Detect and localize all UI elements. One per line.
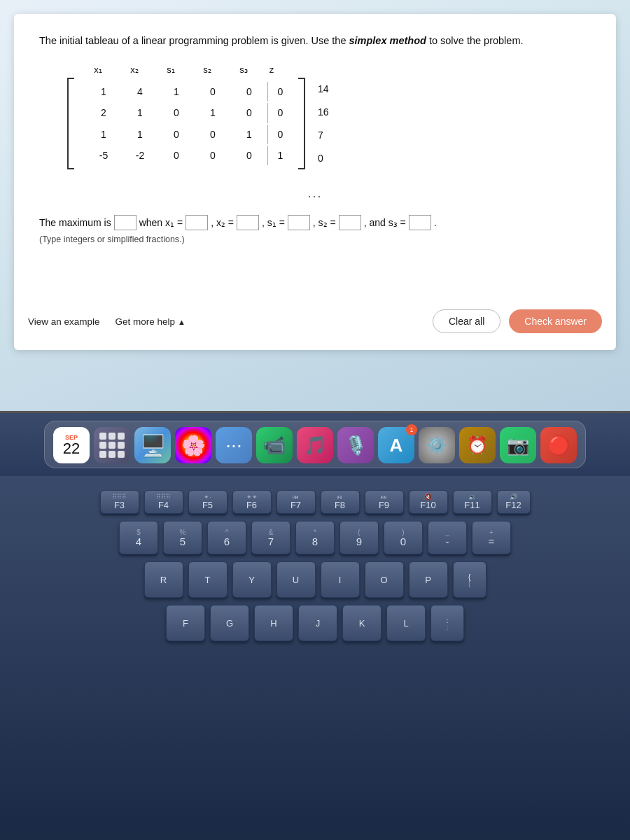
key-R[interactable]: R bbox=[144, 561, 183, 598]
key-J[interactable]: J bbox=[298, 605, 337, 641]
cell-r1c3: 1 bbox=[158, 82, 195, 102]
key-L[interactable]: L bbox=[386, 605, 426, 641]
key-f10[interactable]: 🔇 F10 bbox=[409, 490, 448, 514]
key-8-top: * bbox=[314, 529, 316, 536]
key-H[interactable]: H bbox=[254, 605, 293, 641]
badge-count: 1 bbox=[406, 424, 417, 435]
key-f5[interactable]: ✦· F5 bbox=[188, 490, 227, 514]
dock-red-app[interactable]: 🔴 bbox=[540, 427, 577, 463]
calendar-day: 22 bbox=[63, 441, 80, 456]
cell-r1c1: 1 bbox=[85, 82, 122, 102]
bracket-left bbox=[67, 78, 74, 170]
maximum-input[interactable] bbox=[114, 215, 136, 230]
s1-input[interactable] bbox=[288, 215, 310, 230]
cell-r1c5: 0 bbox=[231, 82, 267, 102]
key-f4[interactable]: ⠿⠿⠿ F4 bbox=[144, 490, 183, 514]
x1-input[interactable] bbox=[186, 215, 208, 230]
key-U[interactable]: U bbox=[276, 561, 316, 598]
dock-messages[interactable]: ··· bbox=[216, 427, 252, 463]
key-5[interactable]: % 5 bbox=[163, 521, 202, 554]
key-G[interactable]: G bbox=[210, 605, 249, 641]
f3-label: F3 bbox=[114, 500, 125, 510]
key-f11[interactable]: 🔉 F11 bbox=[453, 490, 492, 514]
key-7[interactable]: & 7 bbox=[251, 521, 290, 554]
dock-facetime[interactable]: 📹 bbox=[256, 427, 293, 463]
s2-input[interactable] bbox=[339, 215, 361, 230]
dock-sysprefs[interactable]: ⚙️ bbox=[419, 427, 455, 463]
key-4-bot: 4 bbox=[136, 536, 141, 547]
key-f7[interactable]: ⏮ F7 bbox=[276, 490, 316, 514]
dock-launchpad[interactable] bbox=[94, 427, 130, 463]
key-F[interactable]: F bbox=[166, 605, 205, 641]
dock-music[interactable]: 🎵 bbox=[297, 427, 333, 463]
t-label: T bbox=[205, 575, 211, 584]
sysprefs-icon: ⚙️ bbox=[426, 435, 447, 455]
view-example-link[interactable]: View an example bbox=[28, 316, 100, 327]
key-f6[interactable]: ✦✦ F6 bbox=[232, 490, 272, 514]
letter-row-2: F G H J K L : ; bbox=[166, 605, 464, 641]
key-f9[interactable]: ⏭ F9 bbox=[365, 490, 404, 514]
key-O[interactable]: O bbox=[365, 561, 404, 598]
key-0-top: ) bbox=[402, 529, 404, 536]
cell-r4c2: -2 bbox=[122, 146, 158, 165]
dock-calendar[interactable]: SEP 22 bbox=[53, 427, 90, 463]
dot-4 bbox=[99, 442, 106, 449]
dot-3 bbox=[118, 433, 125, 440]
cell-r2c1: 2 bbox=[85, 103, 122, 122]
key-semicolon[interactable]: : ; bbox=[430, 605, 464, 641]
key-0-bot: 0 bbox=[400, 536, 406, 547]
col-s2: s₂ bbox=[189, 64, 225, 75]
s3-and-label: , and s₃ = bbox=[364, 217, 406, 228]
key-f8[interactable]: ⏯ F8 bbox=[321, 490, 360, 514]
fn-key-row: ⠿⠿⠿ F3 ⠿⠿⠿ F4 ✦· F5 ✦✦ F6 ⏮ F7 ⏯ F8 ⏭ F9… bbox=[100, 490, 531, 514]
check-answer-button[interactable]: Check answer bbox=[509, 309, 602, 333]
cell-r3c6: 0 bbox=[267, 125, 287, 144]
s2-label: , s₂ = bbox=[313, 217, 336, 228]
key-equals-bot: = bbox=[489, 536, 495, 547]
dock-finder[interactable]: 🖥️ bbox=[134, 427, 171, 463]
f10-label: F10 bbox=[420, 500, 435, 510]
key-Y[interactable]: Y bbox=[232, 561, 272, 598]
y-label: Y bbox=[248, 575, 255, 584]
key-4[interactable]: $ 4 bbox=[119, 521, 158, 554]
get-more-help-label: Get more help bbox=[115, 316, 176, 327]
key-minus[interactable]: _ - bbox=[428, 521, 467, 554]
dot-7 bbox=[99, 451, 106, 458]
clear-all-button[interactable]: Clear all bbox=[433, 309, 500, 333]
r-label: R bbox=[160, 575, 167, 584]
key-P[interactable]: P bbox=[409, 561, 448, 598]
key-f3[interactable]: ⠿⠿⠿ F3 bbox=[100, 490, 139, 514]
dock-appstore[interactable]: A 1 bbox=[378, 427, 414, 463]
key-T[interactable]: T bbox=[188, 561, 227, 598]
dock-timemachine[interactable]: ⏰ bbox=[459, 427, 496, 463]
k-label: K bbox=[359, 619, 365, 628]
key-equals[interactable]: + = bbox=[472, 521, 511, 554]
rhs-r2: 16 bbox=[318, 102, 329, 122]
cell-r4c3: 0 bbox=[158, 146, 195, 165]
s3-input[interactable] bbox=[409, 215, 431, 230]
dock-photos[interactable]: 🌸 bbox=[175, 427, 211, 463]
key-5-bot: 5 bbox=[180, 536, 186, 547]
cell-r3c2: 1 bbox=[122, 125, 158, 144]
dock-podcasts[interactable]: 🎙️ bbox=[337, 427, 374, 463]
key-0[interactable]: ) 0 bbox=[384, 521, 423, 554]
matrix-body: 1 4 1 0 0 0 2 1 0 1 0 0 1 bbox=[67, 78, 329, 170]
key-f12[interactable]: 🔊 F12 bbox=[497, 490, 531, 514]
problem-statement: The initial tableau of a linear programm… bbox=[39, 34, 591, 49]
x2-input[interactable] bbox=[237, 215, 259, 230]
dot-8 bbox=[108, 451, 115, 458]
matrix-container: x₁ x₂ s₁ s₂ s₃ z 1 4 1 0 bbox=[67, 64, 591, 170]
bracket-right bbox=[298, 78, 305, 170]
key-minus-top: _ bbox=[445, 529, 449, 536]
semi-bot: ; bbox=[447, 624, 449, 631]
key-open-bracket[interactable]: { [ bbox=[453, 561, 486, 598]
key-6[interactable]: ^ 6 bbox=[207, 521, 246, 554]
key-I[interactable]: I bbox=[321, 561, 360, 598]
dock-facetime2[interactable]: 📷 bbox=[500, 427, 536, 463]
three-dots: ··· bbox=[39, 189, 591, 204]
key-9[interactable]: ( 9 bbox=[340, 521, 379, 554]
key-K[interactable]: K bbox=[342, 605, 382, 641]
timemachine-icon: ⏰ bbox=[467, 435, 488, 455]
get-more-help-link[interactable]: Get more help ▲ bbox=[115, 316, 186, 327]
key-8[interactable]: * 8 bbox=[295, 521, 335, 554]
